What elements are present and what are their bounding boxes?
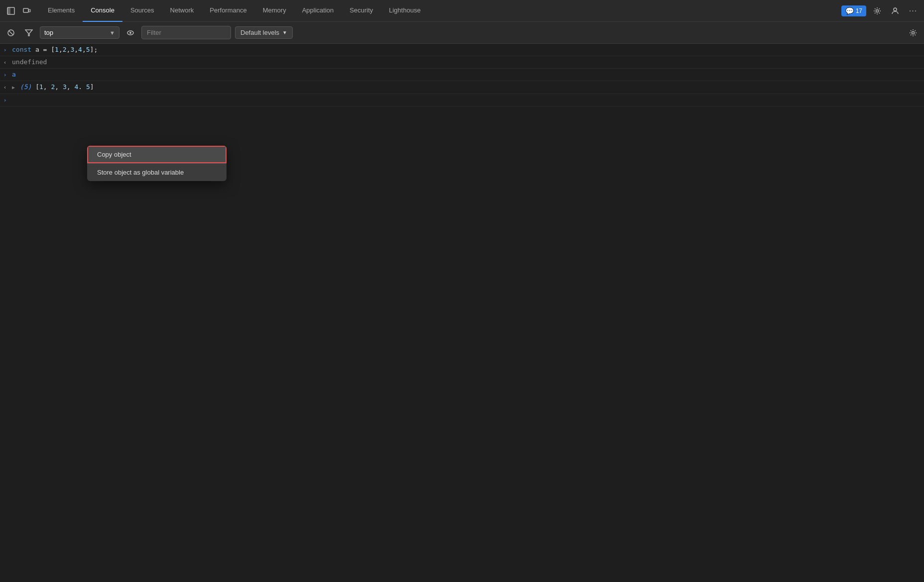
- svg-point-4: [876, 9, 879, 12]
- tab-memory[interactable]: Memory: [255, 0, 294, 22]
- input-arrow-1: ›: [0, 47, 10, 53]
- filter-toggle-button[interactable]: [22, 26, 36, 40]
- settings-icon[interactable]: [870, 4, 884, 18]
- svg-rect-1: [7, 7, 10, 14]
- svg-rect-3: [29, 9, 30, 12]
- context-menu-store-global[interactable]: Store object as global variable: [87, 164, 227, 181]
- eye-button[interactable]: [123, 26, 137, 40]
- svg-point-10: [129, 32, 131, 34]
- console-line-content-3: a: [10, 70, 920, 80]
- levels-label: Default levels: [240, 29, 279, 36]
- context-menu-copy-object[interactable]: Copy object: [87, 146, 227, 163]
- console-line-4: ‹ ▶ (5) [1, 2, 3, 4. 5]: [0, 81, 924, 94]
- console-line-2: ‹ undefined: [0, 56, 924, 69]
- tab-performance[interactable]: Performance: [202, 0, 254, 22]
- tab-lighthouse[interactable]: Lighthouse: [381, 0, 429, 22]
- chevron-down-icon: ▼: [110, 30, 115, 36]
- message-icon: 💬: [845, 7, 854, 15]
- context-selector[interactable]: top ▼: [40, 26, 119, 39]
- svg-point-11: [912, 31, 915, 34]
- device-toolbar-icon[interactable]: [20, 4, 34, 18]
- tab-bar-right: 💬 17 ···: [841, 4, 920, 18]
- svg-marker-8: [25, 30, 32, 36]
- console-line-content-2: undefined: [10, 57, 920, 67]
- more-options-icon[interactable]: ···: [906, 4, 920, 18]
- input-arrow-5: ›: [0, 97, 10, 103]
- message-badge-button[interactable]: 💬 17: [841, 5, 866, 16]
- console-line-content-4: ▶ (5) [1, 2, 3, 4. 5]: [10, 82, 920, 93]
- tab-console[interactable]: Console: [83, 0, 122, 22]
- levels-dropdown[interactable]: Default levels ▼: [235, 26, 293, 39]
- context-menu: Copy object Store object as global varia…: [87, 146, 227, 181]
- console-toolbar: top ▼ Default levels ▼: [0, 22, 924, 44]
- console-content-area: › const a = [1,2,3,4,5]; ‹ undefined › a…: [0, 44, 924, 106]
- svg-rect-2: [23, 8, 28, 12]
- devtools-left-icons: [4, 4, 34, 18]
- dock-icon[interactable]: [4, 4, 18, 18]
- filter-input[interactable]: [141, 26, 231, 39]
- output-arrow-4: ‹: [0, 84, 10, 91]
- levels-chevron-icon: ▼: [282, 30, 287, 35]
- console-output: › const a = [1,2,3,4,5]; ‹ undefined › a…: [0, 44, 924, 106]
- tab-elements[interactable]: Elements: [40, 0, 83, 22]
- tab-sources[interactable]: Sources: [122, 0, 162, 22]
- tab-bar: Elements Console Sources Network Perform…: [0, 0, 924, 22]
- output-arrow-2: ‹: [0, 59, 10, 66]
- input-arrow-3: ›: [0, 72, 10, 78]
- svg-line-7: [9, 31, 13, 35]
- console-line-content-1: const a = [1,2,3,4,5];: [10, 45, 920, 55]
- svg-point-5: [894, 8, 897, 11]
- badge-count: 17: [856, 7, 862, 14]
- tab-application[interactable]: Application: [294, 0, 342, 22]
- console-prompt[interactable]: [10, 95, 920, 105]
- console-line-1: › const a = [1,2,3,4,5];: [0, 44, 924, 56]
- clear-console-button[interactable]: [4, 26, 18, 40]
- console-settings-icon[interactable]: [906, 26, 920, 40]
- console-line-5[interactable]: ›: [0, 94, 924, 106]
- console-line-3: › a: [0, 69, 924, 81]
- tab-security[interactable]: Security: [342, 0, 381, 22]
- user-icon[interactable]: [888, 4, 902, 18]
- context-value: top: [44, 29, 53, 36]
- tab-network[interactable]: Network: [162, 0, 202, 22]
- expand-array-icon[interactable]: ▶: [12, 85, 15, 90]
